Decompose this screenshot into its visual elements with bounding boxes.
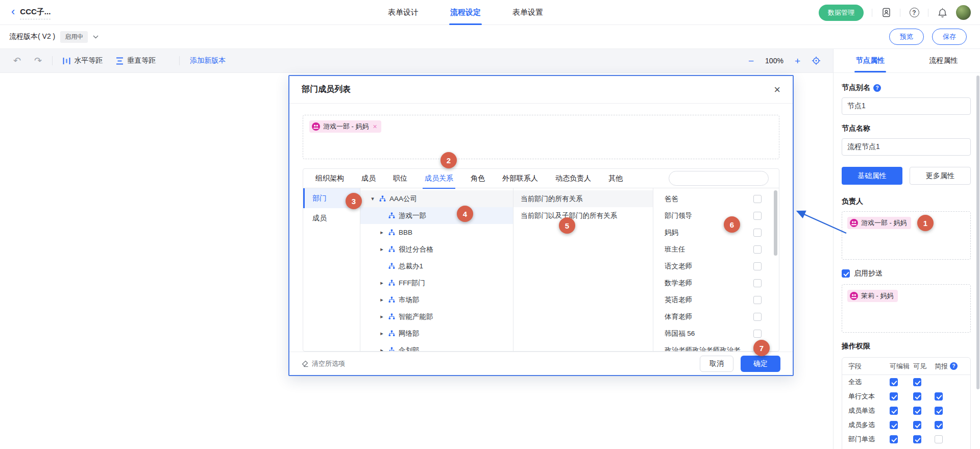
tree-node[interactable]: ▸FFF部门 — [360, 275, 513, 291]
report-checkbox[interactable] — [935, 435, 943, 443]
member-item[interactable]: 部门领导 — [653, 207, 779, 224]
cc-picker-box[interactable]: 茉莉 - 妈妈 — [842, 284, 971, 333]
zoom-out-button[interactable]: − — [748, 56, 754, 66]
tree-node[interactable]: ▸智能产能部 — [360, 308, 513, 325]
caret-right-icon[interactable]: ▸ — [379, 229, 385, 236]
caret-right-icon[interactable]: ▸ — [379, 246, 385, 253]
chevron-down-icon[interactable] — [93, 34, 99, 40]
tree-node[interactable]: ▸网络部 — [360, 325, 513, 342]
picker-tab-1[interactable]: 组织架构 — [315, 174, 344, 183]
tree-node[interactable]: ▸很过分合格 — [360, 241, 513, 258]
caret-down-icon[interactable]: ▾ — [370, 195, 376, 202]
panel-scrollbar[interactable] — [976, 76, 979, 389]
tree-node[interactable]: ▸企划部 — [360, 342, 513, 351]
tree-node[interactable]: 总裁办1 — [360, 258, 513, 275]
member-checkbox[interactable] — [753, 212, 762, 220]
data-manage-button[interactable]: 数据管理 — [819, 5, 864, 21]
owner-tag[interactable]: 游戏一部 - 妈妈 — [847, 217, 911, 229]
report-checkbox[interactable] — [935, 407, 943, 415]
report-checkbox[interactable] — [935, 421, 943, 429]
member-item[interactable]: 数学老师 — [653, 275, 779, 291]
list-scrollbar[interactable] — [774, 190, 777, 256]
member-checkbox[interactable] — [753, 313, 762, 321]
help-tooltip-icon[interactable]: ? — [873, 84, 881, 92]
visible-checkbox[interactable] — [913, 421, 921, 429]
remove-tag-icon[interactable]: × — [373, 122, 377, 131]
member-checkbox[interactable] — [753, 195, 762, 203]
zoom-in-button[interactable]: + — [795, 56, 800, 66]
header-tab-3[interactable]: 表单设置 — [512, 0, 543, 25]
member-checkbox[interactable] — [753, 262, 762, 270]
member-checkbox[interactable] — [753, 296, 762, 304]
add-version-link[interactable]: 添加新版本 — [190, 56, 226, 65]
visible-checkbox[interactable] — [913, 407, 921, 415]
caret-right-icon[interactable]: ▸ — [379, 296, 385, 303]
visible-checkbox[interactable] — [913, 378, 921, 386]
member-item[interactable]: 韩国福 56 — [653, 325, 779, 342]
vertical-distribute-button[interactable]: 垂直等距 — [116, 56, 156, 65]
selected-members-box[interactable]: 游戏一部 - 妈妈 × — [303, 115, 779, 159]
help-icon[interactable]: ? — [909, 7, 920, 18]
owner-picker-box[interactable]: 游戏一部 - 妈妈 — [842, 211, 971, 260]
node-alias-input[interactable] — [842, 97, 971, 115]
bell-icon[interactable] — [937, 7, 948, 18]
member-search-input[interactable] — [674, 174, 764, 182]
caret-right-icon[interactable]: ▸ — [379, 280, 385, 286]
visible-checkbox[interactable] — [913, 392, 921, 401]
preview-button[interactable]: 预览 — [889, 29, 924, 45]
close-icon[interactable]: × — [774, 84, 780, 95]
member-checkbox[interactable] — [753, 229, 762, 237]
member-checkbox[interactable] — [753, 279, 762, 287]
picker-tab-7[interactable]: 动态负责人 — [555, 174, 591, 183]
redo-icon[interactable]: ↷ — [34, 56, 42, 65]
picker-tab-3[interactable]: 职位 — [393, 174, 407, 183]
caret-right-icon[interactable]: ▸ — [379, 347, 385, 351]
member-checkbox[interactable] — [753, 245, 762, 254]
back-icon[interactable]: ‹ — [11, 6, 15, 17]
editable-checkbox[interactable] — [890, 407, 898, 415]
horizontal-distribute-button[interactable]: 水平等距 — [63, 56, 103, 65]
relation-item[interactable]: 当前部门以及子部门的所有关系 — [513, 207, 653, 224]
save-button[interactable]: 保存 — [932, 29, 967, 45]
editable-checkbox[interactable] — [890, 421, 898, 429]
picker-tab-6[interactable]: 外部联系人 — [502, 174, 538, 183]
picker-tab-4[interactable]: 成员关系 — [425, 174, 453, 183]
node-name-input[interactable] — [842, 138, 971, 156]
picker-tab-5[interactable]: 角色 — [471, 174, 485, 183]
cc-tag[interactable]: 茉莉 - 妈妈 — [847, 290, 898, 302]
tree-node[interactable]: ▸市场部 — [360, 291, 513, 308]
nav-item-2[interactable]: 成员 — [303, 208, 360, 228]
caret-right-icon[interactable]: ▸ — [379, 330, 385, 337]
header-tab-1[interactable]: 表单设计 — [388, 0, 419, 25]
contacts-book-icon[interactable] — [880, 7, 892, 18]
picker-tab-8[interactable]: 其他 — [608, 174, 623, 183]
more-props-button[interactable]: 更多属性 — [910, 167, 971, 185]
basic-props-button[interactable]: 基础属性 — [842, 167, 902, 185]
caret-right-icon[interactable]: ▸ — [379, 313, 385, 320]
panel-tab-1[interactable]: 节点属性 — [834, 49, 907, 72]
confirm-button[interactable]: 确定 — [741, 356, 780, 372]
user-avatar[interactable] — [956, 5, 971, 20]
editable-checkbox[interactable] — [890, 378, 898, 386]
tree-node[interactable]: ▾AAA公司 — [360, 190, 513, 207]
fit-view-icon[interactable] — [812, 56, 821, 65]
undo-icon[interactable]: ↶ — [13, 56, 21, 65]
editable-checkbox[interactable] — [890, 392, 898, 401]
member-item[interactable]: 班主任 — [653, 241, 779, 258]
member-item[interactable]: 英语老师 — [653, 291, 779, 308]
cc-enable-checkbox[interactable] — [842, 269, 850, 278]
header-tab-2[interactable]: 流程设定 — [450, 0, 481, 25]
tree-node[interactable]: ▸BBB — [360, 224, 513, 241]
tree-node[interactable]: 游戏一部 — [360, 207, 513, 224]
clear-selection-link[interactable]: 清空所选项 — [302, 359, 345, 368]
member-item[interactable]: 语文老师 — [653, 258, 779, 275]
member-item[interactable]: 妈妈 — [653, 224, 779, 241]
report-checkbox[interactable] — [935, 392, 943, 401]
member-checkbox[interactable] — [753, 330, 762, 338]
cancel-button[interactable]: 取消 — [700, 356, 733, 372]
editable-checkbox[interactable] — [890, 435, 898, 443]
picker-tab-2[interactable]: 成员 — [361, 174, 376, 183]
panel-tab-2[interactable]: 流程属性 — [907, 49, 980, 72]
member-item[interactable]: 爸爸 — [653, 190, 779, 207]
help-tooltip-icon[interactable]: ? — [950, 362, 958, 370]
